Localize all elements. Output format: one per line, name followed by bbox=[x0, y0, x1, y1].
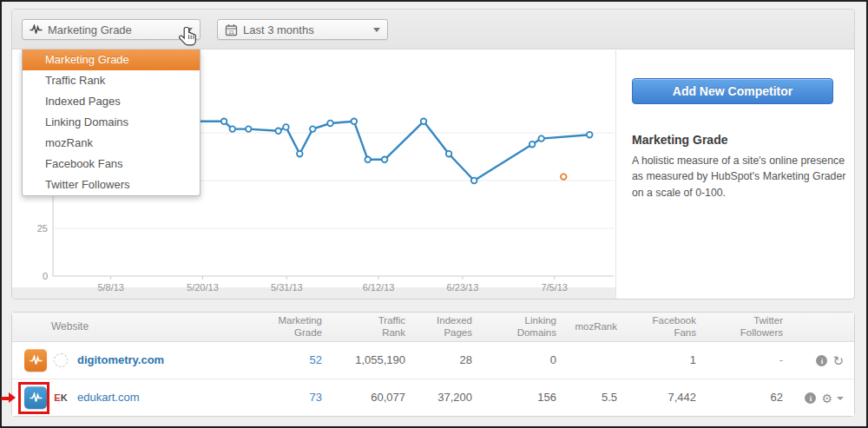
cell-linking-domains: 156 bbox=[474, 379, 558, 416]
cell-twitter-followers: 62 bbox=[698, 379, 785, 416]
cell-mozrank bbox=[558, 341, 619, 379]
data-point bbox=[310, 126, 316, 132]
x-tick-label: 5/8/13 bbox=[97, 282, 124, 293]
metric-badge-orange[interactable] bbox=[24, 349, 47, 372]
menu-item-twitter-followers[interactable]: Twitter Followers bbox=[23, 174, 200, 195]
favicon-ek: EK bbox=[54, 391, 68, 405]
competitors-table-card: WebsiteMarketingGradeTrafficRankIndexedP… bbox=[11, 312, 855, 417]
x-tick-label: 6/23/13 bbox=[447, 282, 479, 293]
column-header-website: Website bbox=[12, 313, 224, 341]
data-point bbox=[246, 126, 252, 132]
calendar-icon: 21 bbox=[225, 23, 238, 36]
series-line bbox=[195, 122, 590, 181]
data-point bbox=[561, 174, 567, 180]
data-point bbox=[446, 151, 452, 157]
menu-item-mozrank[interactable]: mozRank bbox=[23, 133, 200, 154]
competitors-screen: Marketing Grade 21 Last 3 months 0255075… bbox=[0, 0, 868, 428]
data-point bbox=[221, 119, 227, 125]
metric-dropdown[interactable]: Marketing Grade bbox=[22, 19, 201, 40]
cell-indexed-pages: 28 bbox=[407, 341, 474, 379]
menu-item-facebook-fans[interactable]: Facebook Fans bbox=[23, 154, 200, 174]
data-point bbox=[327, 121, 333, 127]
x-tick-label: 6/12/13 bbox=[363, 282, 395, 293]
toolbar: Marketing Grade 21 Last 3 months bbox=[12, 10, 854, 49]
info-icon[interactable]: i bbox=[805, 392, 816, 404]
chevron-down-icon bbox=[373, 28, 380, 32]
cell-traffic-rank: 60,077 bbox=[324, 379, 407, 416]
data-point bbox=[275, 128, 281, 135]
favicon-placeholder bbox=[54, 353, 68, 367]
data-point bbox=[421, 119, 427, 125]
date-range-dropdown[interactable]: 21 Last 3 months bbox=[217, 19, 388, 40]
cell-facebook-fans: 1 bbox=[619, 341, 698, 379]
waveform-icon bbox=[30, 24, 43, 35]
x-tick-label: 7/5/13 bbox=[541, 282, 568, 293]
cell-mozrank: 5.5 bbox=[558, 379, 619, 416]
data-point bbox=[297, 151, 303, 157]
row-actions: i↻ bbox=[785, 341, 854, 379]
table-row-digitometry-com: digitometry.com521,055,1902801-i↻ bbox=[12, 341, 854, 379]
metric-info-heading: Marketing Grade bbox=[632, 133, 727, 147]
data-point bbox=[365, 157, 371, 163]
info-icon[interactable]: i bbox=[816, 355, 827, 366]
column-header-twitter-followers: TwitterFollowers bbox=[698, 313, 785, 341]
metric-info-panel: Add New Competitor Marketing Grade A hol… bbox=[615, 50, 854, 299]
column-header-marketing-grade: MarketingGrade bbox=[224, 313, 324, 341]
row-actions: i⚙ bbox=[785, 379, 854, 416]
data-point bbox=[352, 119, 358, 125]
column-header-linking-domains: LinkingDomains bbox=[474, 313, 558, 341]
x-tick-label: 5/20/13 bbox=[187, 282, 219, 293]
menu-item-indexed-pages[interactable]: Indexed Pages bbox=[23, 91, 200, 112]
data-point bbox=[471, 178, 477, 184]
data-point bbox=[283, 124, 289, 130]
cell-indexed-pages: 37,200 bbox=[407, 379, 474, 416]
competitors-table: WebsiteMarketingGradeTrafficRankIndexedP… bbox=[12, 313, 854, 416]
website-link[interactable]: digitometry.com bbox=[77, 353, 164, 366]
data-point bbox=[529, 142, 536, 148]
refresh-icon[interactable]: ↻ bbox=[832, 355, 844, 366]
metric-dropdown-label: Marketing Grade bbox=[48, 23, 181, 36]
column-header-traffic-rank: TrafficRank bbox=[324, 313, 407, 341]
add-new-competitor-button[interactable]: Add New Competitor bbox=[632, 78, 833, 104]
cell-marketing-grade[interactable]: 52 bbox=[224, 341, 324, 379]
cell-linking-domains: 0 bbox=[474, 341, 558, 379]
data-point bbox=[382, 157, 388, 163]
svg-text:21: 21 bbox=[228, 29, 233, 34]
menu-item-traffic-rank[interactable]: Traffic Rank bbox=[23, 70, 200, 91]
y-tick-label: 25 bbox=[37, 223, 48, 234]
chevron-down-icon[interactable] bbox=[837, 397, 844, 400]
menu-item-linking-domains[interactable]: Linking Domains bbox=[23, 112, 200, 133]
table-header-row: WebsiteMarketingGradeTrafficRankIndexedP… bbox=[12, 313, 854, 341]
table-row-edukart-com: EKedukart.com7360,07737,2001565.57,44262… bbox=[12, 379, 854, 416]
column-header-facebook-fans: FacebookFans bbox=[619, 313, 698, 341]
cell-marketing-grade[interactable]: 73 bbox=[224, 379, 324, 416]
cell-traffic-rank: 1,055,190 bbox=[324, 341, 407, 379]
column-header-mozrank: mozRank bbox=[558, 313, 619, 341]
data-point bbox=[587, 132, 593, 138]
y-tick-label: 0 bbox=[43, 271, 48, 281]
gear-icon[interactable]: ⚙ bbox=[821, 392, 832, 405]
annotation-arrow bbox=[1, 392, 16, 404]
date-range-dropdown-label: Last 3 months bbox=[243, 23, 368, 36]
chevron-down-icon bbox=[186, 28, 193, 32]
cell-facebook-fans: 7,442 bbox=[619, 379, 698, 416]
x-tick-label: 5/31/13 bbox=[271, 282, 303, 293]
data-point bbox=[538, 135, 544, 142]
menu-item-marketing-grade[interactable]: Marketing Grade bbox=[23, 49, 200, 70]
metric-info-description: A holistic measure of a site's online pr… bbox=[632, 153, 851, 201]
cell-twitter-followers: - bbox=[698, 341, 785, 379]
website-link[interactable]: edukart.com bbox=[77, 391, 140, 404]
annotation-highlight-box bbox=[18, 382, 49, 414]
metric-dropdown-menu: Marketing GradeTraffic RankIndexed Pages… bbox=[22, 49, 201, 196]
column-header-indexed-pages: IndexedPages bbox=[407, 313, 474, 341]
data-point bbox=[229, 126, 235, 132]
